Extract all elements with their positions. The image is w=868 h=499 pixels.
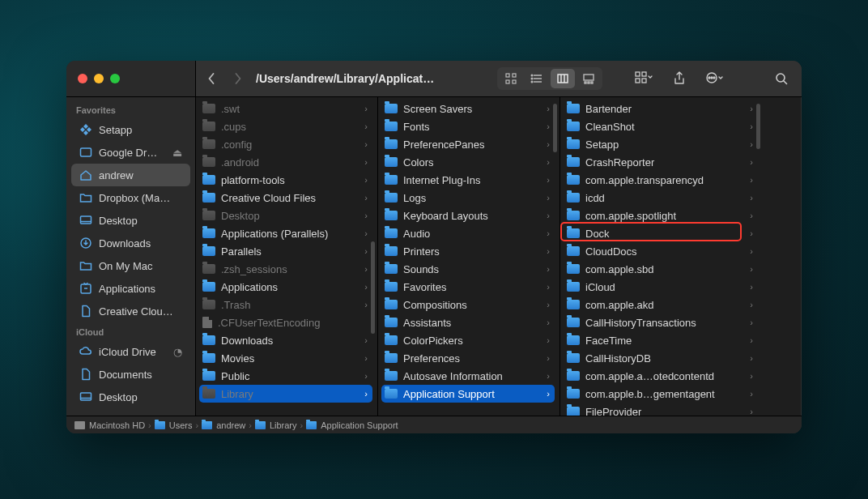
column-row[interactable]: Logs› (381, 189, 555, 207)
svg-line-26 (784, 81, 787, 84)
column-row[interactable]: ColorPickers› (381, 331, 555, 349)
column-row[interactable]: iCloud› (564, 278, 758, 296)
column-row[interactable]: Keyboard Layouts› (381, 207, 555, 224)
column-row[interactable]: Fonts› (381, 117, 555, 135)
zoom-window-button[interactable] (110, 74, 120, 83)
sidebar-item-shared[interactable]: Shared (71, 408, 190, 416)
scrollbar[interactable] (553, 100, 557, 412)
column-row[interactable]: Screen Savers› (381, 100, 555, 117)
folder-icon (385, 300, 398, 309)
column-row[interactable]: com.apple.transparencyd› (564, 171, 758, 189)
column-row[interactable]: CallHistoryDB› (564, 349, 758, 367)
column-row[interactable]: Autosave Information› (381, 367, 555, 385)
sidebar-item-google-dr-[interactable]: Google Dr…⏏ (71, 141, 190, 164)
column-row[interactable]: Compositions› (381, 296, 555, 313)
column-row[interactable]: com.apple.spotlight› (564, 207, 758, 224)
column-row[interactable]: Dock› (564, 224, 758, 242)
sidebar-item-desktop[interactable]: Desktop (71, 209, 190, 232)
column-row[interactable]: Assistants› (381, 313, 555, 331)
column-row[interactable]: FaceTime› (564, 331, 758, 349)
column-row[interactable]: Parallels› (199, 242, 372, 260)
column-row[interactable]: .swt› (199, 100, 372, 117)
sidebar-item-dropbox-ma-[interactable]: Dropbox (Ma… (71, 186, 190, 209)
action-button[interactable] (703, 68, 727, 89)
column-row[interactable]: Colors› (381, 153, 555, 171)
column-row[interactable]: Library› (199, 385, 372, 403)
column-row[interactable]: Preferences› (381, 349, 555, 367)
close-window-button[interactable] (78, 74, 87, 83)
column-row[interactable]: .CFUserTextEncoding (199, 313, 372, 331)
chevron-right-icon: › (364, 122, 368, 131)
scrollbar-thumb[interactable] (756, 104, 760, 149)
sidebar-item-downloads[interactable]: Downloads (71, 232, 190, 254)
column-row[interactable]: icdd› (564, 189, 758, 207)
column-row[interactable]: Desktop› (199, 207, 372, 224)
chevron-right-icon: › (547, 228, 550, 238)
share-button[interactable] (667, 68, 691, 89)
column-row[interactable]: Favorites› (381, 278, 555, 296)
column-row[interactable]: CrashReporter› (564, 153, 758, 171)
column-row[interactable]: Creative Cloud Files› (199, 189, 372, 207)
sidebar-item-creative-clou-[interactable]: Creative Clou… (71, 300, 190, 322)
scrollbar-thumb[interactable] (553, 104, 557, 152)
column-row[interactable]: platform-tools› (199, 171, 372, 189)
column-row[interactable]: com.apple.akd› (564, 296, 758, 313)
scrollbar-thumb[interactable] (371, 241, 375, 334)
path-segment[interactable]: andrew (202, 420, 245, 430)
column-row[interactable]: Downloads› (199, 331, 372, 349)
folder-icon (202, 389, 215, 399)
column-row[interactable]: com.apple.b…gementagent› (564, 385, 758, 403)
icon-view-button[interactable] (499, 69, 523, 88)
column-row[interactable]: Sounds› (381, 260, 555, 278)
column-row[interactable]: .android› (199, 153, 372, 171)
column-row[interactable]: Internet Plug-Ins› (381, 171, 555, 189)
scrollbar[interactable] (371, 100, 375, 412)
column-row[interactable]: Audio› (381, 224, 555, 242)
sidebar-item-applications[interactable]: Applications (71, 277, 190, 300)
svg-rect-1 (513, 74, 516, 77)
column-view-button[interactable] (551, 69, 575, 88)
svg-point-24 (713, 77, 715, 79)
gallery-view-button[interactable] (577, 69, 601, 88)
group-by-button[interactable] (632, 68, 656, 89)
column-row[interactable]: PreferencePanes› (381, 135, 555, 153)
column-row[interactable]: FileProvider› (564, 403, 758, 416)
minimize-window-button[interactable] (94, 74, 104, 83)
column-row[interactable]: Setapp› (564, 135, 758, 153)
column-row[interactable]: CleanShot› (564, 117, 758, 135)
column-row[interactable]: .cups› (199, 117, 372, 135)
column-row[interactable]: CloudDocs› (564, 242, 758, 260)
path-segment[interactable]: Application Support (306, 420, 398, 430)
sidebar-item-andrew[interactable]: andrew (71, 164, 190, 186)
column-row[interactable]: Bartender› (564, 100, 758, 117)
column-row[interactable]: Movies› (199, 349, 372, 367)
list-view-button[interactable] (525, 69, 549, 88)
folder-icon (385, 371, 398, 381)
row-label: com.apple.b…gementagent (585, 388, 715, 400)
folder-icon (79, 191, 92, 204)
column-row[interactable]: com.apple.a…otedcontentd› (564, 367, 758, 385)
column-row[interactable]: Applications› (199, 278, 372, 296)
folder-icon (567, 211, 580, 220)
path-segment[interactable]: Macintosh HD (74, 420, 145, 430)
sidebar-item-setapp[interactable]: Setapp (71, 118, 190, 141)
column-row[interactable]: .zsh_sessions› (199, 260, 372, 278)
sidebar-item-icloud-drive[interactable]: iCloud Drive◔ (71, 340, 190, 363)
column-row[interactable]: .config› (199, 135, 372, 153)
path-segment[interactable]: Users (155, 420, 193, 430)
column-row[interactable]: Applications (Parallels)› (199, 224, 372, 242)
sidebar-item-documents[interactable]: Documents (71, 363, 190, 386)
column-row[interactable]: CallHistoryTransactions› (564, 313, 758, 331)
column-row[interactable]: Application Support› (381, 385, 555, 403)
column-row[interactable]: com.apple.sbd› (564, 260, 758, 278)
sidebar-item-on-my-mac[interactable]: On My Mac (71, 254, 190, 277)
path-segment[interactable]: Library (255, 420, 297, 430)
forward-button[interactable] (227, 68, 248, 89)
column-row[interactable]: .Trash› (199, 296, 372, 313)
column-row[interactable]: Public› (199, 367, 372, 385)
search-button[interactable] (769, 68, 794, 89)
back-button[interactable] (201, 68, 222, 89)
column-row[interactable]: Printers› (381, 242, 555, 260)
scrollbar[interactable] (756, 100, 760, 412)
sidebar-item-desktop[interactable]: Desktop (71, 386, 190, 408)
